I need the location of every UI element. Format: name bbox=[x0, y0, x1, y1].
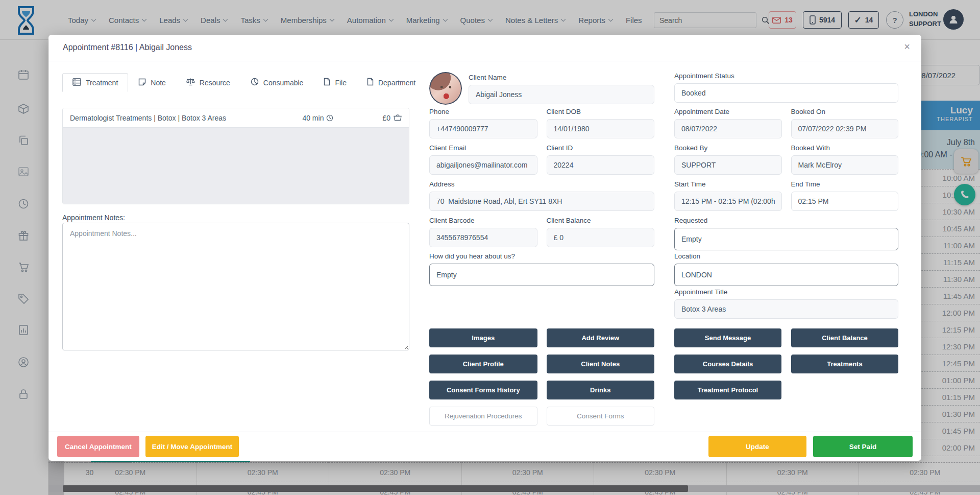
appointment-title-input[interactable] bbox=[674, 299, 898, 319]
location-field: Location bbox=[674, 252, 898, 286]
appointment-date-input[interactable] bbox=[674, 119, 782, 138]
treatment-price: £0 bbox=[382, 114, 402, 122]
tab-resource[interactable]: Resource bbox=[176, 73, 240, 92]
start-time-input[interactable] bbox=[674, 192, 782, 211]
file-icon bbox=[324, 78, 330, 87]
action-button-light[interactable]: Rejuvenation Procedures bbox=[429, 407, 537, 426]
treatment-duration: 40 min bbox=[302, 114, 333, 122]
update-button[interactable]: Update bbox=[708, 436, 806, 457]
document-icon bbox=[367, 78, 374, 87]
booked-with-field: Booked With bbox=[791, 144, 899, 175]
start-time-field: Start Time bbox=[674, 180, 782, 211]
action-button[interactable]: Treatment Protocol bbox=[674, 381, 781, 399]
action-button[interactable]: Client Notes bbox=[547, 355, 655, 373]
tab-note[interactable]: Note bbox=[128, 73, 176, 92]
clock-icon bbox=[326, 114, 333, 122]
edit-move-appointment-button[interactable]: Edit / Move Appointment bbox=[145, 436, 239, 457]
requested-field: Requested bbox=[674, 217, 898, 250]
note-icon bbox=[138, 78, 146, 87]
action-button[interactable]: Send Message bbox=[674, 328, 781, 347]
appointment-status-field: Appointment Status bbox=[674, 72, 898, 103]
hear-about-field: How did you hear about us? bbox=[429, 252, 654, 286]
action-buttons-right: Send MessageClient BalanceCourses Detail… bbox=[674, 328, 898, 399]
action-buttons-left-light: Rejuvenation ProceduresConsent Forms bbox=[429, 407, 654, 426]
appointment-notes-textarea[interactable] bbox=[62, 223, 409, 350]
modal-title: Appointment #8116 | Abigail Joness bbox=[63, 43, 192, 52]
appointment-notes-label: Appointment Notes: bbox=[62, 214, 125, 222]
booked-by-field: Booked By bbox=[674, 144, 782, 175]
close-icon[interactable]: × bbox=[904, 41, 910, 53]
action-button[interactable]: Courses Details bbox=[674, 355, 781, 373]
appointment-date-field: Appointment Date bbox=[674, 108, 782, 138]
booked-with-input[interactable] bbox=[791, 155, 899, 175]
tab-department[interactable]: Department bbox=[357, 73, 426, 92]
client-barcode-field: Client Barcode bbox=[429, 217, 537, 247]
client-name-input[interactable] bbox=[469, 85, 654, 104]
client-balance-input[interactable] bbox=[547, 228, 655, 247]
action-button[interactable]: Treatments bbox=[791, 355, 898, 373]
client-id-input[interactable] bbox=[547, 155, 655, 175]
appointment-modal: Appointment #8116 | Abigail Joness × Tre… bbox=[48, 35, 921, 461]
tab-consumable[interactable]: Consumable bbox=[240, 73, 314, 92]
phone-field: Phone bbox=[429, 108, 537, 138]
tab-file[interactable]: File bbox=[313, 73, 357, 92]
modal-tabs: Treatment Note Resource Consumable File … bbox=[62, 73, 426, 92]
modal-footer: Cancel Appointment Edit / Move Appointme… bbox=[48, 432, 921, 461]
client-id-field: Client ID bbox=[547, 144, 655, 175]
treatment-list-empty-area bbox=[63, 128, 409, 204]
phone-input[interactable] bbox=[429, 119, 537, 138]
scales-icon bbox=[186, 78, 195, 87]
action-button[interactable]: Client Profile bbox=[429, 355, 537, 373]
action-button[interactable]: Add Review bbox=[547, 328, 655, 347]
end-time-field: End Time bbox=[791, 180, 899, 211]
modal-header: Appointment #8116 | Abigail Joness × bbox=[48, 35, 921, 61]
end-time-input[interactable] bbox=[791, 192, 899, 211]
action-button-light[interactable]: Consent Forms bbox=[547, 407, 655, 426]
basket-icon[interactable] bbox=[394, 114, 402, 121]
client-email-field: Client Email bbox=[429, 144, 537, 175]
requested-select[interactable] bbox=[674, 228, 898, 250]
client-dob-input[interactable] bbox=[547, 119, 655, 138]
action-button[interactable]: Images bbox=[429, 328, 537, 347]
client-balance-field: Client Balance bbox=[547, 217, 655, 247]
treatment-name: Dermatologist Treatments | Botox | Botox… bbox=[70, 114, 302, 122]
client-name-field: Client Name bbox=[469, 74, 654, 104]
treatment-row[interactable]: Dermatologist Treatments | Botox | Botox… bbox=[63, 108, 409, 128]
location-select[interactable] bbox=[674, 264, 898, 286]
client-barcode-input[interactable] bbox=[429, 228, 537, 247]
action-button[interactable]: Drinks bbox=[547, 381, 655, 399]
hear-about-select[interactable] bbox=[429, 264, 654, 286]
set-paid-button[interactable]: Set Paid bbox=[813, 436, 913, 457]
booked-on-input[interactable] bbox=[791, 119, 899, 138]
action-button[interactable]: Consent Forms History bbox=[429, 381, 537, 399]
action-buttons-left: ImagesAdd ReviewClient ProfileClient Not… bbox=[429, 328, 654, 399]
client-email-input[interactable] bbox=[429, 155, 537, 175]
cancel-appointment-button[interactable]: Cancel Appointment bbox=[57, 436, 139, 457]
appointment-status-input[interactable] bbox=[674, 83, 898, 103]
client-dob-field: Client DOB bbox=[547, 108, 655, 138]
address-input[interactable] bbox=[429, 192, 654, 211]
booked-by-input[interactable] bbox=[674, 155, 782, 175]
address-field: Address bbox=[429, 180, 654, 211]
tab-treatment[interactable]: Treatment bbox=[62, 73, 128, 92]
treatment-list-panel: Dermatologist Treatments | Botox | Botox… bbox=[62, 108, 409, 204]
treatment-icon bbox=[72, 78, 81, 87]
appointment-title-field: Appointment Title bbox=[674, 288, 898, 319]
booked-on-field: Booked On bbox=[791, 108, 899, 138]
action-button[interactable]: Client Balance bbox=[791, 328, 898, 347]
pie-chart-icon bbox=[251, 78, 259, 87]
client-photo[interactable] bbox=[429, 72, 462, 105]
